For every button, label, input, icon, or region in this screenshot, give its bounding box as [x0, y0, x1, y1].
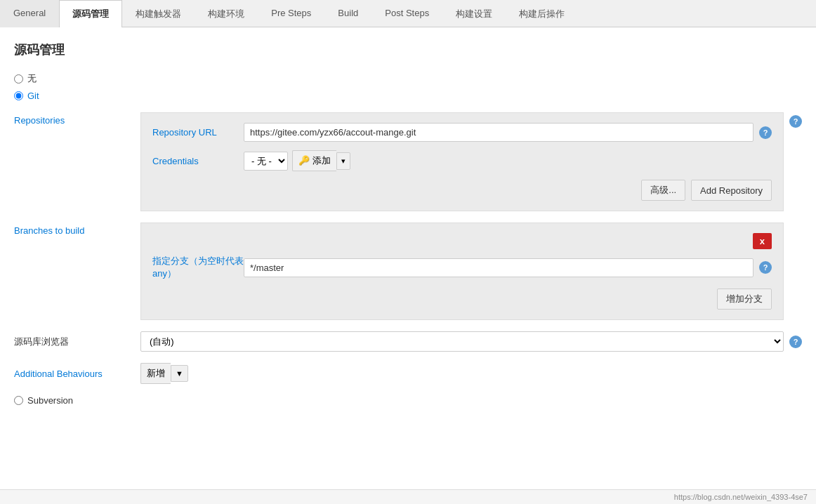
- add-repository-btn[interactable]: Add Repository: [691, 180, 772, 201]
- add-branch-row: 增加分支: [152, 289, 772, 310]
- tab-presteps[interactable]: Pre Steps: [258, 0, 324, 27]
- source-browser-label: 源码库浏览器: [14, 336, 140, 348]
- branch-specify-row: 指定分支（为空时代表any） ?: [152, 255, 772, 280]
- tab-env[interactable]: 构建环境: [195, 0, 258, 27]
- radio-git[interactable]: Git: [14, 91, 802, 101]
- add-credentials-label: 添加: [312, 155, 331, 166]
- source-browser-select[interactable]: (自动): [140, 331, 784, 352]
- tab-general[interactable]: General: [0, 0, 59, 27]
- additional-add-split-btn: 新增 ▼: [140, 363, 188, 384]
- radio-group: 无 Git: [14, 72, 802, 101]
- repositories-section-row: Repositories Repository URL ? Credential…: [14, 112, 802, 211]
- repo-url-row: Repository URL ?: [152, 123, 772, 142]
- additional-behaviours-label: Additional Behaviours: [14, 369, 140, 379]
- add-credentials-split-btn: 🔑 添加 ▾: [292, 150, 350, 171]
- remove-branch-btn[interactable]: x: [753, 233, 772, 249]
- tab-postbuild[interactable]: 构建后操作: [506, 0, 578, 27]
- page-title: 源码管理: [14, 41, 802, 58]
- radio-git-label: Git: [27, 91, 39, 101]
- tab-poststeps[interactable]: Post Steps: [371, 0, 442, 27]
- advanced-btn[interactable]: 高级...: [641, 180, 685, 201]
- repo-url-help-icon[interactable]: ?: [759, 126, 772, 139]
- radio-git-input[interactable]: [14, 91, 23, 100]
- branches-top-row: x: [152, 233, 772, 249]
- radio-none-label: 无: [27, 72, 37, 85]
- add-credentials-dropdown[interactable]: ▾: [336, 152, 350, 170]
- add-credentials-btn[interactable]: 🔑 添加: [292, 150, 336, 171]
- radio-none-input[interactable]: [14, 74, 23, 84]
- credentials-label: Credentials: [152, 156, 244, 166]
- tab-bar: General 源码管理 构建触发器 构建环境 Pre Steps Build …: [0, 0, 816, 27]
- tab-triggers[interactable]: 构建触发器: [122, 0, 195, 27]
- branches-content: x 指定分支（为空时代表any） ? 增加分支: [140, 223, 784, 320]
- status-bar-text: https://blog.csdn.net/weixin_4393-4se7: [674, 493, 808, 501]
- repo-actions-row: 高级... Add Repository: [152, 180, 772, 201]
- repositories-label: Repositories: [14, 112, 140, 126]
- subversion-row: Subversion: [14, 395, 802, 411]
- tab-scm[interactable]: 源码管理: [59, 0, 122, 27]
- key-icon: 🔑: [298, 155, 310, 166]
- branch-specify-label: 指定分支（为空时代表any）: [152, 255, 244, 280]
- branches-label: Branches to build: [14, 223, 140, 236]
- branch-help-icon[interactable]: ?: [759, 261, 772, 274]
- radio-none[interactable]: 无: [14, 72, 802, 85]
- repositories-help-icon[interactable]: ?: [789, 115, 802, 128]
- status-bar: https://blog.csdn.net/weixin_4393-4se7: [0, 489, 816, 504]
- branches-section-row: Branches to build x 指定分支（为空时代表any） ? 增加分…: [14, 223, 802, 320]
- additional-add-dropdown[interactable]: ▼: [171, 365, 188, 382]
- add-branch-btn[interactable]: 增加分支: [717, 289, 772, 310]
- additional-add-btn[interactable]: 新增: [140, 363, 171, 384]
- tab-build[interactable]: Build: [324, 0, 371, 27]
- credentials-controls: - 无 - 🔑 添加 ▾: [244, 150, 350, 171]
- radio-subversion-input[interactable]: [14, 396, 23, 405]
- branch-input[interactable]: [244, 258, 754, 277]
- credentials-row: Credentials - 无 - 🔑 添加 ▾: [152, 150, 772, 171]
- repositories-content: Repository URL ? Credentials - 无 - 🔑 添加: [140, 112, 784, 211]
- page-content: 源码管理 无 Git Repositories Repository URL ?…: [0, 27, 816, 504]
- tab-settings[interactable]: 构建设置: [442, 0, 506, 27]
- repo-url-input[interactable]: [244, 123, 754, 142]
- repo-url-label: Repository URL: [152, 127, 244, 138]
- radio-subversion[interactable]: Subversion: [14, 395, 73, 406]
- source-browser-row: 源码库浏览器 (自动) ?: [14, 331, 802, 352]
- additional-behaviours-row: Additional Behaviours 新增 ▼: [14, 363, 802, 384]
- credentials-select[interactable]: - 无 -: [244, 152, 288, 171]
- subversion-label: Subversion: [27, 395, 73, 406]
- source-browser-help-icon[interactable]: ?: [789, 336, 802, 348]
